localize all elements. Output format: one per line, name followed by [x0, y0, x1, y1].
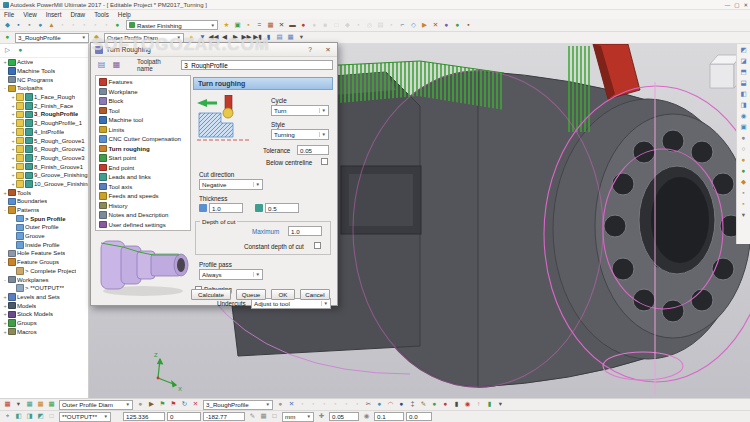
workplane-combo[interactable]: **OUTPUT**▼ [59, 412, 111, 422]
tree-item-label[interactable]: 5_Rough_Groove1 [34, 138, 85, 144]
tree-item-label[interactable]: Patterns [17, 207, 39, 213]
pencil-draw-icon[interactable]: ✎ [418, 399, 429, 410]
cube-1-icon[interactable]: ◧ [13, 411, 24, 422]
axial-thickness-icon[interactable] [255, 204, 263, 212]
status-pattern-combo[interactable]: Outer Profile Diam▼ [59, 400, 133, 410]
shaded-view-icon[interactable]: ● [738, 133, 750, 144]
sb-more-icon[interactable]: ▾ [495, 399, 506, 410]
pattern-vis-icon[interactable]: ▤ [375, 20, 386, 31]
rails-icon[interactable]: ‡ [407, 399, 418, 410]
workplane-tool-icon[interactable]: ▲ [46, 20, 57, 31]
pot-green-icon[interactable]: ▮ [484, 399, 495, 410]
pan-icon[interactable]: ▪ [79, 20, 90, 31]
dlg-copy-strategy-icon[interactable]: ▤ [95, 59, 108, 71]
zoom-icon[interactable]: ▪ [90, 20, 101, 31]
flag-red-icon[interactable]: ⚑ [168, 399, 179, 410]
maximum-link[interactable]: Maximum [252, 228, 279, 235]
tree-item-label[interactable]: NC Programs [17, 77, 53, 83]
draft-angle-icon[interactable]: ◆ [738, 177, 750, 188]
tree-item-label[interactable]: 10_Groove_Finishing2 [34, 181, 88, 187]
menu-tools[interactable]: Tools [94, 11, 109, 18]
pot-dark-icon[interactable]: ▮ [451, 399, 462, 410]
below-centreline-checkbox[interactable] [321, 158, 328, 165]
view-front-icon[interactable]: ⬓ [738, 78, 750, 89]
calculate-button[interactable]: Calculate [191, 289, 231, 300]
view-iso1-icon[interactable]: ◩ [738, 45, 750, 56]
snapshot-icon[interactable]: ▪ [738, 199, 750, 210]
tree-item-label[interactable]: Boundaries [17, 198, 47, 204]
dialog-nav-item[interactable]: Block [96, 96, 190, 106]
dialog-title-bar[interactable]: Turn Roughing ? ✕ [91, 43, 337, 57]
zoom-box-icon[interactable]: ▣ [738, 122, 750, 133]
tree-item-label[interactable]: Outer Profile [25, 224, 59, 230]
tree-item-label[interactable]: Active [17, 59, 33, 65]
flag-icon[interactable]: ★ [221, 20, 232, 31]
wheel-icon[interactable]: ● [441, 20, 452, 31]
more-views-icon[interactable]: ▾ [738, 210, 750, 221]
save-project-icon[interactable]: ▪ [13, 20, 24, 31]
strategy-combo[interactable]: Raster Finishing▼ [126, 20, 218, 30]
print-icon[interactable]: ▪ [24, 20, 35, 31]
sb-tool6-icon[interactable]: ▪ [352, 399, 363, 410]
dialog-nav-item[interactable]: End point [96, 163, 190, 173]
corner-l-icon[interactable]: ⌐ [397, 20, 408, 31]
tree-item-label[interactable]: > Spun Profile [25, 216, 66, 222]
minimize-button[interactable]: — [725, 2, 731, 8]
sb-tool3-icon[interactable]: ▪ [319, 399, 330, 410]
multicolour-icon[interactable]: ● [738, 155, 750, 166]
boundary-vis-icon[interactable]: ◎ [364, 20, 375, 31]
up-arrows-icon[interactable]: ↑ [473, 399, 484, 410]
dialog-nav-item[interactable]: Notes and Description [96, 210, 190, 220]
nc-program-icon[interactable]: ▣ [232, 20, 243, 31]
status-thickness-field[interactable]: 0.1 [374, 412, 404, 421]
dialog-nav-item[interactable]: User defined settings [96, 220, 190, 230]
paw-icon[interactable]: ▪ [463, 20, 474, 31]
tree-item-label[interactable]: Feature Groups [17, 259, 59, 265]
menu-draw[interactable]: Draw [70, 11, 85, 18]
tree-item-label[interactable]: 1_Face_Rough [34, 94, 75, 100]
sb-tool2-icon[interactable]: ▪ [308, 399, 319, 410]
toolpath-ball-icon[interactable]: ● [275, 399, 286, 410]
profile-pass-select[interactable]: Always▼ [199, 269, 263, 280]
bulb-dim-icon[interactable]: ● [309, 20, 320, 31]
tree-item-label[interactable]: 4_IntProfile [34, 129, 64, 135]
sb-tool4-icon[interactable]: ▪ [330, 399, 341, 410]
view-top-icon[interactable]: ⬒ [738, 67, 750, 78]
cancel-button[interactable]: Cancel [300, 289, 330, 300]
sim-pattern-combo[interactable]: Outer Profile Diam▼ [104, 33, 184, 43]
dlg-strategy-list-icon[interactable]: ▦ [110, 59, 123, 71]
tree-item-label[interactable]: Macros [17, 329, 37, 335]
tool-db-icon[interactable]: ▪ [243, 20, 254, 31]
tree-item-label[interactable]: Groups [17, 320, 37, 326]
menu-insert[interactable]: Insert [46, 11, 62, 18]
tree-item-label[interactable]: 9_Groove_Finishing1 [34, 172, 88, 178]
record-icon[interactable]: ● [298, 20, 309, 31]
style-select[interactable]: Turning▼ [271, 129, 329, 140]
view-iso2-icon[interactable]: ◪ [738, 56, 750, 67]
cube-off-icon[interactable]: □ [46, 411, 57, 422]
cancel-sim-icon[interactable]: ✕ [190, 399, 201, 410]
coord-y-field[interactable]: 0 [167, 412, 201, 421]
rotate-icon[interactable]: ▪ [101, 20, 112, 31]
tree-item-label[interactable]: Inside Profile [25, 242, 60, 248]
tree-item-label[interactable]: Toolpaths [17, 85, 43, 91]
tree-item-label[interactable]: Machine Tools [17, 68, 55, 74]
leaf-icon[interactable]: ● [452, 20, 463, 31]
tool-sim-icon[interactable]: ▦ [35, 399, 46, 410]
tree-item-label[interactable]: > Complete Project [25, 268, 76, 274]
dialog-nav-item[interactable]: Features [96, 77, 190, 87]
tree-item-label[interactable]: Hole Feature Sets [17, 250, 65, 256]
workplane-z-icon[interactable]: ⌖ [2, 411, 13, 422]
units-combo[interactable]: mm▼ [282, 412, 314, 422]
coord-z-field[interactable]: -182.77 [203, 412, 245, 421]
menu-file[interactable]: File [4, 11, 14, 18]
toolpath-grid-icon[interactable]: ▦ [2, 399, 13, 410]
tree-item-label[interactable]: 2_Finish_Face [34, 103, 73, 109]
min-radius-icon[interactable]: ● [738, 166, 750, 177]
arc-red-icon[interactable]: ◠ [385, 399, 396, 410]
view-right-icon[interactable]: ◧ [738, 89, 750, 100]
snap-icon[interactable]: ▦ [258, 411, 269, 422]
queue-button[interactable]: Queue [236, 289, 266, 300]
maximize-button[interactable]: ▢ [734, 2, 739, 8]
menu-help[interactable]: Help [118, 11, 131, 18]
